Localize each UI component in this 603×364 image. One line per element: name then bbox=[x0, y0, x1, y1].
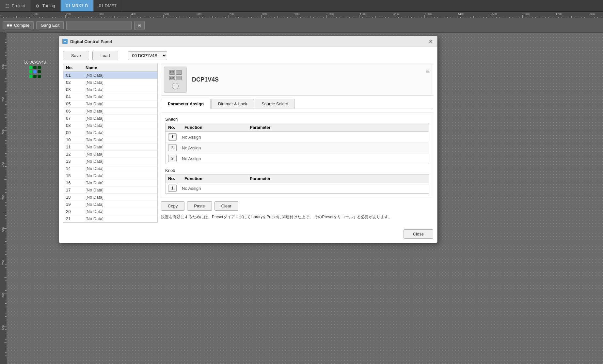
device-knob bbox=[172, 83, 179, 89]
list-row[interactable]: 11[No Data] bbox=[63, 144, 157, 151]
dialog-close-button[interactable]: ✕ bbox=[427, 38, 434, 45]
dialog-body: Save Load 00 DCP1V4S No. bbox=[59, 47, 437, 227]
device-image: 1□2 3□4 bbox=[164, 67, 187, 93]
knob-row[interactable]: 1 No Assign bbox=[166, 183, 429, 193]
dev-btn-2 bbox=[176, 70, 182, 75]
knob-no-badge: 1 bbox=[168, 185, 177, 192]
knob-rows-area[interactable]: 1 No Assign bbox=[166, 183, 429, 193]
device-select: 00 DCP1V4S bbox=[128, 51, 167, 60]
dialog-overlay: ✦ Digital Control Panel ✕ Save Load 00 D… bbox=[7, 33, 603, 364]
list-row[interactable]: 21[No Data] bbox=[63, 215, 157, 222]
topbar-tuning[interactable]: ⚙ Tuning bbox=[30, 0, 60, 11]
switch-row[interactable]: 1 No Assign bbox=[166, 132, 429, 143]
list-row[interactable]: 08[No Data] bbox=[63, 122, 157, 129]
switch-rows-area[interactable]: 1 No Assign 2 No Assign 3 No Assign bbox=[166, 132, 429, 164]
device-dropdown[interactable]: 00 DCP1V4S bbox=[128, 51, 167, 60]
gear-icon: ⚙ bbox=[36, 4, 40, 8]
switch-function: No Assign bbox=[182, 156, 241, 161]
main-area: 00 DCP1V4S ✦ Digita bbox=[0, 33, 603, 364]
tab-source-select[interactable]: Source Select bbox=[255, 99, 295, 109]
preset-list-panel: No. Name 01[No Data]02[No Data]03[No Dat… bbox=[63, 64, 158, 223]
list-row[interactable]: 03[No Data] bbox=[63, 86, 157, 93]
switch-row[interactable]: 3 No Assign bbox=[166, 153, 429, 164]
switch-no-badge: 2 bbox=[168, 144, 177, 151]
list-row[interactable]: 13[No Data] bbox=[63, 158, 157, 165]
list-row[interactable]: 18[No Data] bbox=[63, 194, 157, 201]
dialog-title-bar: ✦ Digital Control Panel ✕ bbox=[59, 36, 437, 47]
topbar-project[interactable]: ☷ Project bbox=[0, 0, 30, 11]
load-button[interactable]: Load bbox=[92, 51, 118, 60]
device-header: 1□2 3□4 DCP1V4S ≡ bbox=[161, 64, 433, 96]
save-button[interactable]: Save bbox=[63, 51, 89, 60]
list-col-no-header: No. bbox=[66, 65, 79, 70]
paste-icon-button[interactable]: ⎘ bbox=[134, 21, 145, 30]
clipboard-icon: ⎘ bbox=[138, 23, 141, 28]
list-header: No. Name bbox=[63, 64, 157, 72]
dialog-footer: Close bbox=[59, 227, 437, 243]
switch-row[interactable]: 2 No Assign bbox=[166, 143, 429, 153]
compile-button[interactable]: ■■ Compile bbox=[3, 21, 34, 29]
dialog-content-row: No. Name 01[No Data]02[No Data]03[No Dat… bbox=[63, 64, 433, 223]
paste-button[interactable]: Paste bbox=[187, 201, 212, 211]
list-row[interactable]: 06[No Data] bbox=[63, 108, 157, 115]
knob-section: Knob No. Function Parameter bbox=[165, 168, 429, 194]
search-input[interactable] bbox=[66, 21, 132, 30]
knob-table: No. Function Parameter 1 No Assign bbox=[165, 174, 429, 194]
switch-col-no: No. bbox=[168, 125, 184, 130]
right-panel: 1□2 3□4 DCP1V4S ≡ bbox=[161, 64, 433, 223]
switch-col-param: Parameter bbox=[250, 125, 426, 130]
switch-table: No. Function Parameter 1 No Assign 2 No … bbox=[165, 123, 429, 164]
hamburger-icon: ≡ bbox=[425, 68, 429, 74]
tab-parameter-assign[interactable]: Parameter Assign bbox=[161, 99, 211, 109]
dev-btn-1: 1□2 bbox=[169, 70, 175, 75]
grid-icon: ☷ bbox=[5, 4, 10, 8]
dialog-top-row: Save Load 00 DCP1V4S bbox=[63, 51, 433, 60]
knob-col-param: Parameter bbox=[250, 176, 426, 181]
topbar-dme7[interactable]: 01 DME7 bbox=[94, 0, 122, 11]
list-row[interactable]: 09[No Data] bbox=[63, 129, 157, 136]
tab-dimmer-lock[interactable]: Dimmer & Lock bbox=[211, 99, 254, 109]
digital-control-panel-dialog: ✦ Digital Control Panel ✕ Save Load 00 D… bbox=[59, 36, 437, 243]
tab-content: Switch No. Function Parameter bbox=[161, 113, 433, 198]
list-row[interactable]: 20[No Data] bbox=[63, 208, 157, 215]
list-row[interactable]: 12[No Data] bbox=[63, 151, 157, 158]
close-button[interactable]: Close bbox=[404, 229, 433, 239]
list-row[interactable]: 07[No Data] bbox=[63, 115, 157, 122]
note-text: 設定を有効にするためには、PresetダイアログにてLibraryをPreset… bbox=[161, 214, 433, 220]
list-scroll-area[interactable]: 01[No Data]02[No Data]03[No Data]04[No D… bbox=[63, 72, 157, 222]
knob-function: No Assign bbox=[182, 186, 241, 191]
list-row[interactable]: 19[No Data] bbox=[63, 201, 157, 208]
topbar-mrx7d[interactable]: 01 MRX7-D bbox=[61, 0, 94, 11]
ruler-bar bbox=[0, 12, 603, 18]
copy-button[interactable]: Copy bbox=[161, 201, 184, 211]
switch-function: No Assign bbox=[182, 145, 241, 150]
list-row[interactable]: 05[No Data] bbox=[63, 100, 157, 108]
tabs-row: Parameter AssignDimmer & LockSource Sele… bbox=[161, 99, 433, 109]
switch-no-badge: 1 bbox=[168, 133, 177, 141]
dev-btn-4 bbox=[176, 76, 182, 80]
menu-icon-button[interactable]: ≡ bbox=[424, 67, 430, 76]
canvas-area[interactable]: 00 DCP1V4S ✦ Digita bbox=[7, 33, 603, 364]
clear-button[interactable]: Clear bbox=[214, 201, 238, 211]
list-row[interactable]: 14[No Data] bbox=[63, 165, 157, 172]
switch-section-label: Switch bbox=[165, 117, 429, 122]
knob-col-func: Function bbox=[184, 176, 250, 181]
list-row[interactable]: 16[No Data] bbox=[63, 179, 157, 187]
list-row[interactable]: 02[No Data] bbox=[63, 79, 157, 86]
knob-section-label: Knob bbox=[165, 168, 429, 173]
dev-btn-3: 3□4 bbox=[169, 76, 175, 80]
dialog-icon: ✦ bbox=[62, 39, 68, 44]
dialog-bottom-row: Copy Paste Clear bbox=[161, 201, 433, 211]
toolbar: ■■ Compile Gang Edit ⎘ bbox=[0, 18, 603, 33]
list-row[interactable]: 04[No Data] bbox=[63, 93, 157, 100]
list-row[interactable]: 10[No Data] bbox=[63, 136, 157, 144]
device-buttons-grid: 1□2 3□4 bbox=[169, 70, 182, 80]
list-row[interactable]: 01[No Data] bbox=[63, 72, 157, 79]
dialog-title: Digital Control Panel bbox=[70, 39, 425, 44]
knob-col-no: No. bbox=[168, 176, 184, 181]
gang-edit-button[interactable]: Gang Edit bbox=[36, 21, 64, 29]
list-row[interactable]: 15[No Data] bbox=[63, 172, 157, 179]
switch-table-header: No. Function Parameter bbox=[166, 123, 429, 132]
switch-section: Switch No. Function Parameter bbox=[165, 117, 429, 164]
list-row[interactable]: 17[No Data] bbox=[63, 187, 157, 194]
